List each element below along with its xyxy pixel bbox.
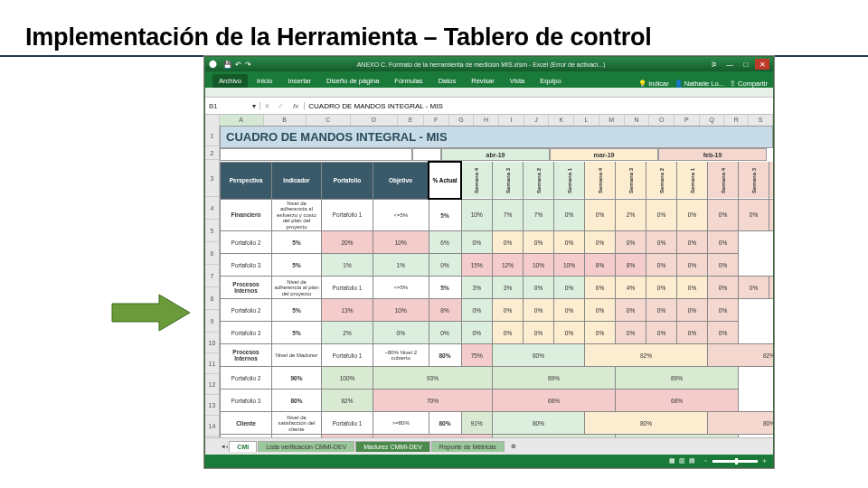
maximize-button[interactable]: □ [739,59,753,70]
formula-input[interactable] [305,102,773,110]
redo-icon[interactable]: ↷ [245,61,251,69]
balanced-scorecard-table[interactable]: PerspectivaIndicadorPortafolioObjetivo% … [220,161,773,446]
table-row[interactable]: Procesos InternosNivel de MadurezPortafo… [221,344,774,367]
enter-icon[interactable]: ✓ [274,102,288,110]
sheet-tab[interactable]: Lista verificación CMMI-DEV [258,441,354,452]
table-row[interactable]: FinancieroNivel de adherencia al esfuerz… [221,199,774,231]
fx-icon[interactable]: fx [288,102,305,110]
sheet-tab[interactable]: Reporte de Métricas [431,441,505,452]
annotation-arrow [110,293,192,333]
cancel-icon[interactable]: ✕ [260,102,274,110]
view-pagebreak-icon[interactable]: ▤ [689,457,695,465]
ribbon-body-collapsed [205,88,773,98]
zoom-in[interactable]: ＋ [761,456,768,465]
excel-window: ⬤ 💾 ↶ ↷ ANEXO C. Formato de la herramien… [204,56,774,468]
formula-bar: B1▾ ✕ ✓ fx [205,98,773,115]
table-row[interactable]: Portafolio 35%2%0%0%0%0%0%0%0%0%0%0%0% [221,322,774,344]
minimize-button[interactable]: — [722,59,737,70]
sheet-tabs: ◂ ‹ CMILista verificación CMMI-DEVMadure… [205,437,773,455]
share-button[interactable]: ⇪ Compartir [730,80,768,88]
worksheet[interactable]: CUADRO DE MANDOS INTEGRAL - MIS abr-19 m… [220,126,773,446]
ribbon-options-icon[interactable]: ⚞ [711,61,717,69]
user-account[interactable]: 👤 Nathalie Lo... [675,80,724,88]
table-row[interactable]: Procesos InternosNivel de adherencia al … [221,277,774,299]
autosave-toggle[interactable]: ⬤ [209,60,218,69]
status-bar: ▦ ▥ ▤ － ＋ [205,455,773,467]
sheet-tab[interactable]: Madurez CMMI-DEV [355,441,430,452]
row-headers[interactable]: 1234567891011121314151617 [205,126,220,446]
ribbon-tab-equipo[interactable]: Equipo [533,74,567,88]
ribbon: Archivo Inicio Insertar Diseño de página… [205,71,773,88]
tab-nav-prev[interactable]: ‹ [226,444,228,450]
save-icon[interactable]: 💾 [223,61,231,69]
ribbon-tab-inicio[interactable]: Inicio [250,74,279,88]
name-box[interactable]: B1▾ [205,102,260,110]
table-row[interactable]: Portafolio 380%82%70%68%68% [221,389,774,412]
close-button[interactable]: ✕ [755,59,769,70]
new-sheet-button[interactable]: ⊕ [505,443,522,450]
tab-nav-first[interactable]: ◂ [222,443,225,450]
sheet-tab[interactable]: CMI [229,441,257,452]
table-row[interactable]: Portafolio 35%1%1%0%15%12%10%10%8%8%0%0%… [221,254,774,277]
table-row[interactable]: Portafolio 25%13%10%8%0%0%0%0%0%0%0%0%0% [221,299,774,322]
window-title: ANEXO C. Formato de la herramienta de me… [257,61,705,68]
ribbon-tab-vista[interactable]: Vista [504,74,532,88]
zoom-slider[interactable] [712,460,758,463]
ribbon-tab-archivo[interactable]: Archivo [212,74,248,88]
undo-icon[interactable]: ↶ [235,61,241,69]
ribbon-tab-revisar[interactable]: Revisar [465,74,500,88]
svg-marker-0 [112,295,190,331]
ribbon-tab-datos[interactable]: Datos [432,74,463,88]
view-layout-icon[interactable]: ▥ [679,457,685,465]
view-normal-icon[interactable]: ▦ [669,457,675,465]
table-row[interactable]: Portafolio 25%20%10%6%0%0%0%0%0%0%0%0%0% [221,231,774,254]
table-row[interactable]: ClienteNivel de satisfacción del cliente… [221,412,774,435]
ribbon-tab-diseno[interactable]: Diseño de página [320,74,385,88]
titlebar: ⬤ 💾 ↶ ↷ ANEXO C. Formato de la herramien… [205,57,773,71]
ribbon-tab-formulas[interactable]: Fórmulas [388,74,429,88]
slide-title: Implementación de la Herramienta – Table… [0,0,868,57]
grid-area[interactable]: ABCDEFGHIJKLMNOPQRS 12345678910111213141… [205,115,773,446]
sheet-title[interactable]: CUADRO DE MANDOS INTEGRAL - MIS [220,126,773,148]
ribbon-tab-insertar[interactable]: Insertar [282,74,317,88]
zoom-out[interactable]: － [703,456,709,465]
tell-me[interactable]: 💡 Indicar [638,80,669,88]
month-row: abr-19 mar-19 feb-19 [220,148,773,161]
table-row[interactable]: Portafolio 290%100%93%89%89% [221,367,774,389]
